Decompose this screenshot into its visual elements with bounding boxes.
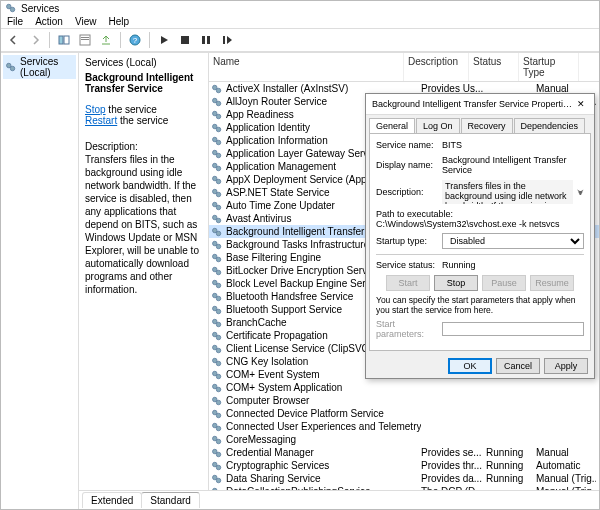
help-button[interactable]: ? (126, 31, 144, 49)
tab-logon[interactable]: Log On (416, 118, 460, 133)
detail-pane: Services (Local) Background Intelligent … (79, 53, 209, 490)
stop-button[interactable]: Stop (434, 275, 478, 291)
service-row[interactable]: Connected User Experiences and Telemetry (209, 420, 599, 433)
pause-button: Pause (482, 275, 526, 291)
menu-help[interactable]: Help (108, 16, 129, 27)
col-name[interactable]: Name (209, 53, 404, 81)
export-button[interactable] (97, 31, 115, 49)
svg-point-68 (216, 426, 221, 431)
service-name: COM+ System Application (226, 382, 421, 393)
svg-point-28 (216, 166, 221, 171)
restart-link[interactable]: Restart (85, 115, 117, 126)
tab-recovery[interactable]: Recovery (461, 118, 513, 133)
service-icon (211, 148, 223, 160)
startup-type-select[interactable]: Disabled (442, 233, 584, 249)
service-name: Computer Browser (226, 395, 421, 406)
service-icon (211, 304, 223, 316)
body: Services (Local) Services (Local) Backgr… (1, 52, 599, 509)
detail-selected-name: Background Intelligent Transfer Service (85, 72, 202, 94)
service-row[interactable]: Computer Browser (209, 394, 599, 407)
pause-service-button[interactable] (197, 31, 215, 49)
value-service-name: BITS (442, 140, 462, 150)
service-name: DataCollectionPublishingService (226, 486, 421, 490)
service-row[interactable]: Connected Device Platform Service (209, 407, 599, 420)
cancel-button[interactable]: Cancel (496, 358, 540, 374)
svg-rect-3 (64, 36, 69, 44)
menu-file[interactable]: File (7, 16, 23, 27)
service-icon (211, 356, 223, 368)
scroll-icon[interactable]: ⮟ (577, 189, 584, 196)
col-startup[interactable]: Startup Type (519, 53, 579, 81)
toolbar: ? (1, 28, 599, 52)
service-icon (211, 161, 223, 173)
view-tabs: Extended Standard (79, 490, 599, 509)
service-row[interactable]: Cryptographic ServicesProvides thr...Run… (209, 459, 599, 472)
svg-rect-10 (202, 36, 205, 44)
service-icon (211, 330, 223, 342)
stop-suffix: the service (106, 104, 157, 115)
service-row[interactable]: Credential ManagerProvides se...RunningM… (209, 446, 599, 459)
svg-point-62 (216, 387, 221, 392)
svg-point-22 (216, 127, 221, 132)
close-button[interactable]: ✕ (573, 97, 588, 111)
service-name: CoreMessaging (226, 434, 421, 445)
value-description: Transfers files in the background using … (442, 180, 573, 204)
tab-dependencies[interactable]: Dependencies (514, 118, 586, 133)
svg-point-58 (216, 361, 221, 366)
properties-button[interactable] (76, 31, 94, 49)
svg-point-40 (216, 244, 221, 249)
service-row[interactable]: CoreMessaging (209, 433, 599, 446)
svg-point-26 (216, 153, 221, 158)
toolbar-separator (149, 32, 150, 48)
stop-link[interactable]: Stop (85, 104, 106, 115)
show-hide-tree-button[interactable] (55, 31, 73, 49)
restart-suffix: the service (117, 115, 168, 126)
service-icon (211, 486, 223, 491)
label-status: Service status: (376, 260, 438, 270)
restart-service-button[interactable] (218, 31, 236, 49)
svg-point-77 (213, 488, 218, 490)
ok-button[interactable]: OK (448, 358, 492, 374)
service-icon (211, 109, 223, 121)
tree-services-local[interactable]: Services (Local) (3, 55, 76, 79)
svg-point-46 (216, 283, 221, 288)
service-name: Credential Manager (226, 447, 421, 458)
svg-point-44 (216, 270, 221, 275)
stop-service-button[interactable] (176, 31, 194, 49)
svg-rect-5 (81, 37, 89, 38)
tab-general[interactable]: General (369, 118, 415, 133)
service-name: Connected User Experiences and Telemetry (226, 421, 421, 432)
forward-button[interactable] (26, 31, 44, 49)
svg-point-24 (216, 140, 221, 145)
col-status[interactable]: Status (469, 53, 519, 81)
svg-point-32 (216, 192, 221, 197)
svg-point-70 (216, 439, 221, 444)
service-name: Connected Device Platform Service (226, 408, 421, 419)
service-icon (211, 434, 223, 446)
start-service-button[interactable] (155, 31, 173, 49)
service-row[interactable]: DataCollectionPublishingServiceThe DCP (… (209, 485, 599, 490)
tab-standard[interactable]: Standard (141, 492, 200, 508)
services-icon (5, 2, 17, 14)
service-row[interactable]: COM+ System Application (209, 381, 599, 394)
start-params-note: You can specify the start parameters tha… (376, 295, 584, 315)
menubar: File Action View Help (1, 15, 599, 28)
service-icon (211, 122, 223, 134)
start-params-input (442, 322, 584, 336)
menu-action[interactable]: Action (35, 16, 63, 27)
tab-extended[interactable]: Extended (82, 492, 142, 508)
svg-point-20 (216, 114, 221, 119)
svg-point-76 (216, 478, 221, 483)
service-row[interactable]: Data Sharing ServiceProvides da...Runnin… (209, 472, 599, 485)
menu-view[interactable]: View (75, 16, 97, 27)
svg-point-54 (216, 335, 221, 340)
svg-point-66 (216, 413, 221, 418)
col-description[interactable]: Description (404, 53, 469, 81)
back-button[interactable] (5, 31, 23, 49)
apply-button[interactable]: Apply (544, 358, 588, 374)
service-icon (211, 291, 223, 303)
service-icon (211, 83, 223, 95)
service-icon (211, 174, 223, 186)
list-header: Name Description Status Startup Type (209, 53, 599, 82)
main-content: Services (Local) Background Intelligent … (79, 53, 599, 490)
